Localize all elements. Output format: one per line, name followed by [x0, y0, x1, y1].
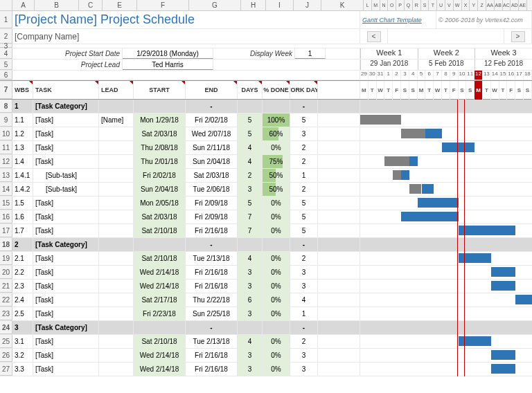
cell-end[interactable]: Wed 2/07/18 [186, 127, 238, 140]
cell-days[interactable]: 7 [238, 224, 263, 237]
cell-pct[interactable]: 0% [263, 335, 290, 348]
cell-lead[interactable]: [Name] [99, 113, 134, 127]
cell-pct[interactable] [263, 321, 290, 334]
table-row[interactable]: 253.1[Task]Sat 2/10/18Tue 2/13/1840%2 [0, 335, 532, 349]
cell-pct[interactable] [263, 238, 290, 251]
cell-task[interactable]: [Task] [33, 307, 99, 320]
table-row[interactable]: 151.5[Task]Mon 2/05/18Fri 2/09/1850%5 [0, 196, 532, 210]
gantt-bar-complete[interactable] [384, 156, 409, 166]
cell-pct[interactable]: 0% [263, 141, 290, 154]
cell-task[interactable]: [Task] [33, 252, 99, 265]
cell-wbs[interactable]: 2 [12, 238, 33, 251]
col-O[interactable]: O [388, 0, 396, 10]
col-I[interactable]: I [266, 0, 294, 10]
cell-end[interactable]: Fri 2/16/18 [186, 266, 238, 279]
cell-pct[interactable]: 0% [263, 349, 290, 362]
cell-start[interactable]: Sat 2/10/18 [134, 224, 186, 237]
table-row[interactable]: 91.1[Task][Name]Mon 1/29/18Fri 2/02/1851… [0, 113, 532, 127]
gantt-bar[interactable] [425, 129, 442, 138]
table-row[interactable]: 171.7[Task]Sat 2/10/18Fri 2/16/1870%5 [0, 224, 532, 238]
row-number[interactable]: 22 [0, 293, 12, 307]
cell-start[interactable] [134, 238, 186, 251]
cell-wbs[interactable]: 1.6 [12, 210, 33, 223]
cell-wbs[interactable]: 2.3 [12, 280, 33, 293]
cell-task[interactable]: [Task] [33, 196, 99, 210]
cell-gap[interactable] [318, 307, 360, 320]
cell-pct[interactable]: 0% [263, 210, 290, 223]
row-number[interactable]: 18 [0, 238, 12, 251]
cell-task[interactable]: [Task Category] [33, 321, 99, 334]
cell-work[interactable]: 3 [290, 349, 318, 362]
cell-lead[interactable] [99, 321, 134, 334]
cell-end[interactable]: Sun 2/25/18 [186, 307, 238, 320]
cell-end[interactable]: Fri 2/02/18 [186, 113, 238, 127]
cell-days[interactable]: 4 [238, 141, 263, 154]
start-date-value[interactable]: 1/29/2018 (Monday) [123, 48, 213, 59]
cell-lead[interactable] [99, 252, 134, 265]
row-number[interactable]: 8 [0, 100, 12, 113]
cell-end[interactable]: Thu 2/22/18 [186, 293, 238, 307]
cell-task[interactable]: [Task] [33, 280, 99, 293]
col-H[interactable]: H [241, 0, 266, 10]
header-pct[interactable]: % DONE [263, 81, 290, 99]
col-L[interactable]: L [364, 0, 372, 10]
cell-start[interactable]: Wed 2/14/18 [134, 280, 186, 293]
project-lead-value[interactable]: Ted Harris [123, 60, 213, 70]
cell-end[interactable]: Sun 2/04/18 [186, 155, 238, 168]
gantt-bar-complete[interactable] [360, 115, 401, 125]
col-J[interactable]: J [294, 0, 321, 10]
cell-gap[interactable] [318, 266, 360, 279]
cell-pct[interactable]: 0% [263, 307, 290, 320]
col-W[interactable]: W [454, 0, 462, 10]
cell-work[interactable]: - [290, 100, 318, 113]
cell-task[interactable]: [Sub-task] [33, 169, 99, 182]
cell-end[interactable]: Fri 2/16/18 [186, 349, 238, 362]
cell-gap[interactable] [318, 224, 360, 237]
cell-pct[interactable]: 0% [263, 280, 290, 293]
col-AD[interactable]: AD [511, 0, 519, 10]
cell-wbs[interactable]: 2.5 [12, 307, 33, 320]
cell-gap[interactable] [318, 169, 360, 182]
cell-lead[interactable] [99, 224, 134, 237]
cell-start[interactable]: Sat 2/10/18 [134, 252, 186, 265]
cell-end[interactable]: - [186, 100, 238, 113]
cell-gap[interactable] [318, 183, 360, 196]
col-A[interactable]: A [12, 0, 35, 10]
cell-lead[interactable] [99, 183, 134, 196]
cell-lead[interactable] [99, 210, 134, 223]
col-V[interactable]: V [445, 0, 454, 10]
row-number[interactable]: 21 [0, 280, 12, 293]
cell-task[interactable]: [Task Category] [33, 100, 99, 113]
cell-gap[interactable] [318, 349, 360, 362]
cell-work[interactable]: 4 [290, 293, 318, 307]
cell-gap[interactable] [318, 238, 360, 251]
table-row[interactable]: 161.6[Task]Sat 2/03/18Fri 2/09/1870%5 [0, 210, 532, 224]
cell-end[interactable]: Fri 2/16/18 [186, 280, 238, 293]
cell-gap[interactable] [318, 280, 360, 293]
cell-start[interactable]: Sat 2/10/18 [134, 335, 186, 348]
col-AE[interactable]: AE [519, 0, 527, 10]
cell-work[interactable]: 5 [290, 196, 318, 210]
cell-pct[interactable]: 0% [263, 266, 290, 279]
cell-wbs[interactable]: 1.4.2 [12, 183, 33, 196]
cell-task[interactable]: [Task] [33, 349, 99, 362]
gantt-bar[interactable] [491, 281, 515, 291]
col-T[interactable]: T [429, 0, 437, 10]
cell-pct[interactable]: 0% [263, 196, 290, 210]
cell-gap[interactable] [318, 100, 360, 113]
cell-wbs[interactable]: 2.4 [12, 293, 33, 307]
col-X[interactable]: X [462, 0, 470, 10]
table-row[interactable]: 212.3[Task]Wed 2/14/18Fri 2/16/1830%3 [0, 280, 532, 293]
cell-start[interactable]: Thu 2/01/18 [134, 155, 186, 168]
cell-wbs[interactable]: 3.3 [12, 363, 33, 376]
cell-days[interactable]: 5 [238, 127, 263, 140]
cell-task[interactable]: [Task] [33, 141, 99, 154]
cell-pct[interactable]: 0% [263, 252, 290, 265]
col-U[interactable]: U [437, 0, 445, 10]
cell-days[interactable]: 4 [238, 252, 263, 265]
col-M[interactable]: M [372, 0, 380, 10]
cell-wbs[interactable]: 3 [12, 321, 33, 334]
col-B[interactable]: B [35, 0, 79, 10]
col-N[interactable]: N [380, 0, 389, 10]
row-number[interactable]: 14 [0, 183, 12, 196]
